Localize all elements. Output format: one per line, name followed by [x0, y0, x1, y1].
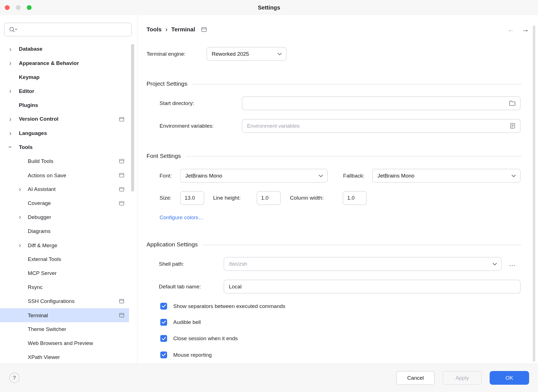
chevron-down-icon [277, 52, 282, 55]
shell-path-combobox[interactable]: /bin/zsh [224, 257, 502, 271]
line-height-input[interactable] [257, 191, 281, 205]
terminal-engine-value: Reworked 2025 [212, 51, 249, 57]
font-size-input[interactable] [180, 191, 204, 205]
settings-indicator-icon [119, 201, 124, 206]
search-icon [9, 26, 18, 33]
sidebar-item-label: Web Browsers and Preview [28, 340, 93, 346]
sidebar-divider [137, 15, 137, 364]
sidebar-item-rsync[interactable]: Rsync [0, 280, 129, 294]
checkbox-row-audible-bell: Audible bell [160, 314, 285, 330]
settings-tree: ›Database›Appearance & BehaviorKeymap›Ed… [0, 42, 129, 364]
breadcrumb-parent[interactable]: Tools [146, 26, 162, 33]
sidebar-item-debugger[interactable]: ›Debugger [0, 210, 129, 224]
checkbox[interactable] [160, 335, 167, 342]
sidebar-item-diagrams[interactable]: Diagrams [0, 224, 129, 238]
sidebar-item-label: Tools [19, 144, 32, 150]
chevron-right-icon[interactable]: › [8, 60, 13, 66]
chevron-right-icon[interactable]: › [8, 88, 13, 94]
sidebar-item-build-tools[interactable]: Build Tools [0, 154, 129, 168]
sidebar-item-appearance-behavior[interactable]: ›Appearance & Behavior [0, 56, 129, 70]
sidebar-item-tools[interactable]: ›Tools [0, 140, 129, 154]
sidebar-item-label: SSH Configurations [28, 298, 74, 304]
breadcrumb-current: Terminal [171, 26, 195, 33]
settings-indicator-icon [119, 117, 124, 122]
settings-window: Settings ›Database›Appearance & Behavior… [0, 0, 538, 392]
chevron-right-icon[interactable]: › [17, 186, 23, 192]
sidebar-item-coverage[interactable]: Coverage [0, 196, 129, 210]
sidebar-item-label: Version Control [19, 116, 58, 122]
sidebar-item-label: Languages [19, 130, 47, 136]
forward-arrow-icon[interactable]: → [522, 25, 529, 34]
configure-colors-link[interactable]: Configure colors… [160, 213, 203, 222]
sidebar-item-label: Database [19, 46, 43, 52]
checkbox[interactable] [160, 319, 167, 326]
chevron-down-icon [511, 174, 516, 177]
sidebar-item-languages[interactable]: ›Languages [0, 126, 129, 140]
sidebar-item-actions-on-save[interactable]: Actions on Save [0, 168, 129, 182]
sidebar-item-label: Debugger [28, 214, 51, 220]
settings-indicator-icon [119, 187, 124, 192]
sidebar-item-diff-merge[interactable]: ›Diff & Merge [0, 238, 129, 252]
fallback-label: Fallback: [343, 169, 364, 183]
sidebar-item-plugins[interactable]: Plugins [0, 98, 129, 112]
sidebar-item-database[interactable]: ›Database [0, 42, 129, 56]
sidebar-item-label: AI Assistant [28, 186, 55, 192]
chevron-right-icon[interactable]: › [8, 46, 13, 52]
checkbox-row-mouse-reporting: Mouse reporting [160, 347, 285, 363]
back-arrow-icon[interactable]: ← [507, 25, 514, 34]
checkbox-row-close-session-when-it-ends: Close session when it ends [160, 330, 285, 347]
ok-button[interactable]: OK [490, 371, 529, 385]
checkbox-list: Show separators between executed command… [160, 298, 285, 363]
help-icon[interactable]: ? [9, 373, 20, 383]
chevron-down-icon [319, 174, 323, 177]
font-dropdown[interactable]: JetBrains Mono [180, 169, 328, 183]
checkbox[interactable] [160, 303, 167, 310]
breadcrumb: Tools › Terminal [146, 25, 207, 34]
sidebar-scrollbar[interactable] [131, 44, 134, 192]
fallback-font-value: JetBrains Mono [377, 173, 414, 179]
cancel-button[interactable]: Cancel [396, 371, 435, 385]
sidebar-item-label: Theme Switcher [28, 326, 66, 332]
chevron-right-icon[interactable]: › [17, 214, 23, 220]
sidebar-item-theme-switcher[interactable]: Theme Switcher [0, 322, 129, 336]
sidebar-item-terminal[interactable]: Terminal [0, 308, 129, 322]
application-settings-section-header: Application Settings [146, 240, 521, 249]
shell-path-browse-button[interactable]: … [504, 257, 521, 271]
default-tab-name-input[interactable] [224, 280, 520, 293]
search-input[interactable] [20, 23, 127, 36]
settings-indicator-icon [119, 299, 124, 304]
checkbox[interactable] [160, 351, 167, 358]
start-directory-input[interactable] [242, 96, 520, 110]
content-scrollbar[interactable] [533, 25, 535, 362]
terminal-engine-label: Terminal engine: [146, 47, 185, 61]
chevron-down-icon[interactable]: › [7, 144, 13, 150]
checkbox-label: Audible bell [173, 319, 201, 325]
environment-variables-input[interactable] [242, 119, 520, 133]
history-nav: ← → [507, 25, 529, 34]
sidebar-item-label: Diagrams [28, 228, 50, 234]
settings-search-field[interactable] [4, 23, 132, 36]
sidebar-item-keymap[interactable]: Keymap [0, 70, 129, 84]
terminal-engine-dropdown[interactable]: Reworked 2025 [207, 47, 287, 61]
project-settings-section-header: Project Settings [146, 79, 521, 89]
checkbox-row-show-separators-between-executed-commands: Show separators between executed command… [160, 298, 285, 314]
chevron-right-icon[interactable]: › [8, 116, 13, 122]
font-label: Font: [160, 169, 172, 183]
chevron-right-icon[interactable]: › [8, 130, 13, 136]
chevron-right-icon[interactable]: › [17, 242, 23, 248]
sidebar-item-external-tools[interactable]: External Tools [0, 252, 129, 266]
fallback-font-dropdown[interactable]: JetBrains Mono [372, 169, 521, 183]
sidebar-item-ai-assistant[interactable]: ›AI Assistant [0, 182, 129, 196]
breadcrumb-separator-icon: › [165, 26, 167, 33]
settings-indicator-icon [119, 313, 124, 318]
sidebar-item-xpath-viewer[interactable]: XPath Viewer [0, 350, 129, 364]
sidebar-item-editor[interactable]: ›Editor [0, 84, 129, 98]
sidebar-item-label: Diff & Merge [28, 242, 57, 248]
sidebar-item-version-control[interactable]: ›Version Control [0, 112, 129, 126]
sidebar-item-web-browsers-and-preview[interactable]: Web Browsers and Preview [0, 336, 129, 350]
window-title: Settings [0, 0, 538, 15]
column-width-input[interactable] [343, 191, 367, 205]
apply-button[interactable]: Apply [443, 371, 482, 385]
sidebar-item-mcp-server[interactable]: MCP Server [0, 266, 129, 280]
sidebar-item-ssh-configurations[interactable]: SSH Configurations [0, 294, 129, 308]
